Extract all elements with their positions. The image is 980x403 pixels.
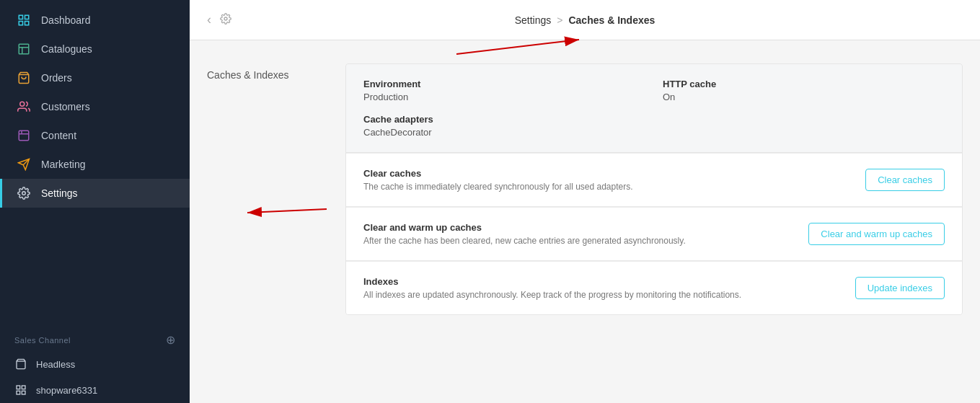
customers-icon bbox=[17, 99, 31, 114]
svg-rect-2 bbox=[19, 22, 22, 25]
topbar: ‹ Settings > Caches & Indexes bbox=[190, 0, 980, 40]
sidebar-item-dashboard[interactable]: Dashboard bbox=[0, 6, 190, 35]
info-card: Environment Production HTTP cache On Cac… bbox=[346, 64, 962, 153]
update-indexes-button[interactable]: Update indexes bbox=[855, 277, 945, 299]
indexes-desc: All indexes are updated asynchronously. … bbox=[363, 290, 838, 300]
sidebar-item-label: Settings bbox=[41, 187, 78, 199]
sidebar-channel-shopware6331[interactable]: shopware6331 bbox=[0, 377, 190, 403]
clear-caches-button[interactable]: Clear caches bbox=[865, 169, 945, 191]
settings-icon bbox=[17, 186, 31, 200]
sidebar-item-label: Customers bbox=[41, 101, 90, 112]
sidebar-item-label: Marketing bbox=[41, 159, 85, 170]
orders-icon bbox=[17, 71, 31, 85]
sidebar-nav: Dashboard Catalogues Orders Customers bbox=[0, 0, 190, 320]
headless-channel-icon bbox=[14, 358, 27, 371]
clear-warm-up-button[interactable]: Clear and warm up caches bbox=[808, 223, 945, 245]
clear-warm-up-title: Clear and warm up caches bbox=[363, 222, 791, 233]
add-sales-channel-button[interactable]: ⊕ bbox=[166, 333, 176, 347]
environment-field: Environment Production bbox=[363, 79, 645, 102]
back-button[interactable]: ‹ bbox=[207, 12, 211, 27]
clear-warm-up-text: Clear and warm up caches After the cache… bbox=[363, 222, 791, 246]
sidebar-section-sales-channel: Sales Channel ⊕ bbox=[0, 320, 190, 351]
sidebar-channel-headless[interactable]: Headless bbox=[0, 351, 190, 377]
sidebar-item-orders[interactable]: Orders bbox=[0, 63, 190, 92]
svg-rect-17 bbox=[22, 391, 25, 394]
caches-indexes-panel: Environment Production HTTP cache On Cac… bbox=[345, 63, 963, 315]
sidebar-channel-label: Headless bbox=[36, 359, 75, 370]
breadcrumb-current: Caches & Indexes bbox=[568, 14, 655, 26]
sales-channel-label: Sales Channel bbox=[14, 336, 71, 345]
section-label: Caches & Indexes bbox=[207, 63, 322, 380]
main: ‹ Settings > Caches & Indexes Caches & I… bbox=[190, 0, 980, 403]
sidebar-item-settings[interactable]: Settings bbox=[0, 179, 190, 208]
svg-rect-14 bbox=[17, 386, 20, 389]
content-area: Caches & Indexes Environment Production … bbox=[190, 40, 980, 403]
svg-rect-1 bbox=[25, 15, 29, 19]
sidebar-item-marketing[interactable]: Marketing bbox=[0, 150, 190, 179]
breadcrumb-separator: > bbox=[557, 14, 562, 26]
clear-caches-title: Clear caches bbox=[363, 168, 848, 179]
sidebar-item-content[interactable]: Content bbox=[0, 121, 190, 150]
shopware6331-channel-icon bbox=[14, 384, 27, 397]
indexes-action: Indexes All indexes are updated asynchro… bbox=[346, 261, 962, 314]
sidebar-channel-label: shopware6331 bbox=[36, 385, 97, 396]
sidebar-item-label: Content bbox=[41, 130, 76, 141]
settings-gear-icon[interactable] bbox=[220, 13, 231, 27]
clear-caches-desc: The cache is immediately cleared synchro… bbox=[363, 182, 848, 192]
http-cache-label: HTTP cache bbox=[663, 79, 945, 89]
environment-label: Environment bbox=[363, 79, 645, 89]
svg-rect-3 bbox=[25, 22, 29, 25]
breadcrumb: Settings > Caches & Indexes bbox=[515, 14, 655, 26]
clear-warm-up-action: Clear and warm up caches After the cache… bbox=[346, 207, 962, 260]
indexes-title: Indexes bbox=[363, 276, 838, 287]
http-cache-value: On bbox=[663, 92, 945, 102]
indexes-text: Indexes All indexes are updated asynchro… bbox=[363, 276, 838, 300]
clear-caches-text: Clear caches The cache is immediately cl… bbox=[363, 168, 848, 192]
main-wrapper: ‹ Settings > Caches & Indexes Caches & I… bbox=[190, 0, 980, 403]
sidebar: Dashboard Catalogues Orders Customers bbox=[0, 0, 190, 403]
svg-rect-4 bbox=[19, 44, 29, 54]
svg-point-12 bbox=[22, 192, 26, 195]
clear-warm-up-desc: After the cache has been cleared, new ca… bbox=[363, 236, 791, 246]
svg-rect-0 bbox=[19, 15, 22, 19]
sidebar-item-label: Orders bbox=[41, 72, 72, 84]
cache-adapters-field: Cache adapters CacheDecorator bbox=[363, 114, 645, 138]
content-panel: Environment Production HTTP cache On Cac… bbox=[345, 63, 963, 380]
content-icon bbox=[17, 128, 31, 143]
svg-rect-15 bbox=[22, 386, 25, 389]
svg-rect-16 bbox=[17, 391, 20, 394]
svg-rect-9 bbox=[19, 130, 29, 141]
cache-adapters-label: Cache adapters bbox=[363, 114, 645, 125]
breadcrumb-parent: Settings bbox=[515, 14, 552, 26]
sidebar-item-label: Dashboard bbox=[41, 14, 91, 26]
sidebar-item-customers[interactable]: Customers bbox=[0, 92, 190, 121]
svg-point-22 bbox=[224, 17, 227, 20]
catalogues-icon bbox=[17, 42, 31, 56]
cache-adapters-value: CacheDecorator bbox=[363, 127, 645, 138]
http-cache-field: HTTP cache On bbox=[663, 79, 945, 102]
sidebar-item-catalogues[interactable]: Catalogues bbox=[0, 35, 190, 63]
marketing-icon bbox=[17, 157, 31, 172]
environment-value: Production bbox=[363, 92, 645, 102]
sidebar-item-label: Catalogues bbox=[41, 43, 92, 55]
dashboard-icon bbox=[17, 13, 31, 27]
clear-caches-action: Clear caches The cache is immediately cl… bbox=[346, 153, 962, 206]
svg-point-8 bbox=[20, 102, 25, 106]
